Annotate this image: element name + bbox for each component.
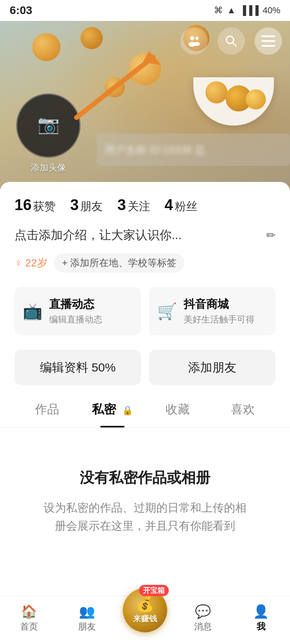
- username-text: 用户名称 ID:10336 盐: [105, 143, 205, 157]
- stat-fans[interactable]: 4 粉丝: [165, 196, 197, 214]
- feature-card-live-text: 直播动态 编辑直播动态: [49, 297, 102, 326]
- nav-me[interactable]: 👤 我: [232, 596, 290, 640]
- nav-home-label: 首页: [20, 621, 38, 633]
- add-friend-button[interactable]: 添加朋友: [149, 350, 276, 385]
- lock-icon: 🔒: [122, 405, 133, 415]
- live-title: 直播动态: [49, 297, 102, 312]
- nav-earn[interactable]: 开宝箱 💰 来赚钱: [116, 596, 174, 640]
- nav-friends-label: 朋友: [78, 621, 96, 633]
- earn-label: 来赚钱: [133, 613, 157, 624]
- bowl-fruit-1: [205, 81, 228, 103]
- status-icons: ⌘ ▲ ▐▐▐ 40%: [214, 5, 280, 16]
- likes-count: 16: [14, 196, 31, 214]
- gender-age-tag: ♀ 22岁: [14, 256, 48, 270]
- likes-label: 获赞: [33, 199, 56, 214]
- earn-icon: 💰: [136, 596, 154, 613]
- bio-row[interactable]: 点击添加介绍，让大家认识你... ✏: [14, 227, 276, 244]
- cover-top-icons: [180, 27, 282, 55]
- tab-private-label: 私密: [92, 402, 116, 416]
- tags-row: ♀ 22岁 + 添加所在地、学校等标签: [14, 253, 276, 272]
- fans-count: 4: [165, 196, 173, 214]
- svg-line-7: [233, 43, 236, 46]
- add-tag-button[interactable]: + 添加所在地、学校等标签: [54, 253, 185, 272]
- nav-friends[interactable]: 👥 朋友: [58, 596, 116, 640]
- edit-bio-icon[interactable]: ✏: [266, 229, 276, 242]
- stat-following[interactable]: 3 关注: [117, 196, 150, 214]
- status-time: 6:03: [10, 4, 32, 17]
- signal-icon: ▐▐▐: [240, 5, 259, 16]
- shop-title: 抖音商城: [184, 297, 255, 312]
- following-count: 3: [117, 196, 126, 214]
- earn-circle[interactable]: 开宝箱 💰 来赚钱: [123, 588, 167, 632]
- bottom-nav: 🏠 首页 👥 朋友 开宝箱 💰 来赚钱 💬 消息 👤 我: [0, 596, 290, 644]
- friends-count: 3: [70, 196, 79, 214]
- live-subtitle: 编辑直播动态: [49, 314, 102, 326]
- tab-likes-label: 喜欢: [231, 402, 255, 416]
- empty-state: 没有私密作品或相册 设为私密的作品、过期的日常和上传的相册会展示在这里，并且只有…: [14, 428, 276, 568]
- avatar-circle[interactable]: 📷: [16, 93, 81, 158]
- live-icon: 📺: [23, 302, 43, 321]
- profile-body: 16 获赞 3 朋友 3 关注 4 粉丝 点击添加介绍，让大家认识你... ✏ …: [0, 182, 290, 620]
- bluetooth-icon: ⌘: [214, 5, 223, 16]
- stat-likes[interactable]: 16 获赞: [14, 196, 56, 214]
- empty-description: 设为私密的作品、过期的日常和上传的相册会展示在这里，并且只有你能看到: [39, 499, 251, 535]
- friends-label: 朋友: [80, 199, 103, 214]
- earn-button[interactable]: 开宝箱 💰 来赚钱: [123, 588, 167, 632]
- fruit-decoration-2: [81, 27, 103, 49]
- wifi-icon: ▲: [227, 5, 236, 16]
- feature-cards: 📺 直播动态 编辑直播动态 🛒 抖音商城 美好生活触手可得: [14, 287, 276, 335]
- username-blur-area: 用户名称 ID:10336 盐: [97, 134, 290, 166]
- cover-area: 📷 添加头像 用户名称 ID:10336 盐: [0, 21, 290, 190]
- shop-icon: 🛒: [157, 302, 177, 321]
- svg-point-6: [226, 36, 234, 43]
- stats-row: 16 获赞 3 朋友 3 关注 4 粉丝: [14, 196, 276, 214]
- home-icon: 🏠: [21, 604, 37, 619]
- avatar-area[interactable]: 📷 添加头像: [16, 93, 81, 174]
- nav-messages[interactable]: 💬 消息: [174, 596, 232, 640]
- svg-rect-9: [261, 40, 275, 42]
- edit-profile-button[interactable]: 编辑资料 50%: [14, 350, 141, 385]
- tab-favorites[interactable]: 收藏: [145, 401, 210, 427]
- bio-text: 点击添加介绍，让大家认识你...: [14, 227, 260, 244]
- svg-rect-8: [261, 35, 275, 37]
- me-icon: 👤: [253, 604, 269, 619]
- svg-point-5: [194, 42, 200, 46]
- bowl-fruit-3: [246, 89, 266, 109]
- shop-subtitle: 美好生活触手可得: [184, 314, 255, 326]
- fruit-decoration-3: [129, 53, 161, 85]
- nav-home[interactable]: 🏠 首页: [0, 596, 58, 640]
- feature-card-shop-text: 抖音商城 美好生活触手可得: [184, 297, 255, 326]
- empty-title: 没有私密作品或相册: [39, 468, 251, 488]
- tab-private[interactable]: 私密 🔒: [80, 401, 145, 427]
- search-icon-btn[interactable]: [218, 27, 245, 55]
- nav-messages-label: 消息: [194, 621, 212, 633]
- feature-card-shop[interactable]: 🛒 抖音商城 美好生活触手可得: [149, 287, 276, 335]
- friends-nav-icon: 👥: [79, 604, 95, 619]
- battery-icon: 40%: [263, 5, 280, 16]
- tab-favorites-label: 收藏: [166, 402, 190, 416]
- camera-icon: 📷: [37, 114, 60, 135]
- friends-icon-btn[interactable]: [180, 27, 208, 55]
- nav-me-label: 我: [257, 621, 265, 633]
- svg-point-4: [195, 37, 199, 40]
- fans-label: 粉丝: [175, 199, 197, 214]
- bowl-shape: [193, 77, 274, 126]
- menu-icon-btn[interactable]: [255, 27, 282, 55]
- status-bar: 6:03 ⌘ ▲ ▐▐▐ 40%: [0, 0, 290, 21]
- earn-badge: 开宝箱: [139, 585, 169, 596]
- tab-works-label: 作品: [35, 402, 59, 416]
- action-buttons: 编辑资料 50% 添加朋友: [14, 350, 276, 385]
- tab-works[interactable]: 作品: [14, 401, 80, 427]
- fruit-decoration-5: [105, 77, 125, 97]
- stat-friends[interactable]: 3 朋友: [70, 196, 103, 214]
- tab-likes[interactable]: 喜欢: [210, 401, 276, 427]
- following-label: 关注: [128, 199, 150, 214]
- add-avatar-label: 添加头像: [31, 162, 66, 174]
- feature-card-live[interactable]: 📺 直播动态 编辑直播动态: [14, 287, 141, 335]
- svg-rect-10: [261, 45, 275, 47]
- messages-icon: 💬: [195, 604, 211, 619]
- tabs-row: 作品 私密 🔒 收藏 喜欢: [0, 401, 290, 428]
- svg-point-2: [190, 36, 194, 40]
- fruit-decoration-1: [32, 33, 60, 61]
